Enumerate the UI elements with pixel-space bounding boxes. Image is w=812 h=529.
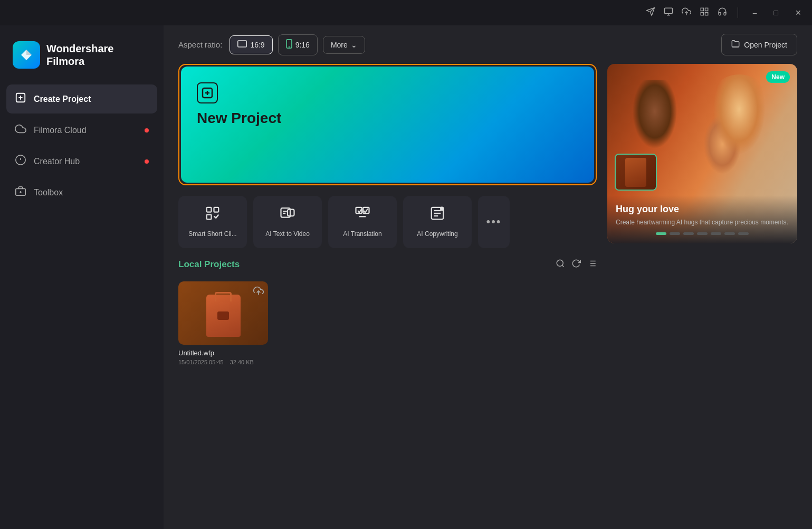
promo-image-area: New Hug your love Create heartwarming AI…	[607, 64, 797, 243]
new-project-card[interactable]: New Project	[178, 64, 597, 185]
svg-rect-25	[207, 207, 212, 212]
titlebar: – □ ✕	[0, 0, 812, 25]
sidebar-logo: WondershareFilmora	[0, 36, 164, 84]
sidebar: WondershareFilmora Create Project	[0, 25, 164, 529]
local-projects-title: Local Projects	[178, 259, 240, 270]
project-name: Untitled.wfp	[178, 349, 268, 357]
ai-copywriting-icon: AI	[429, 205, 445, 225]
smart-short-clip-label: Smart Short Cli...	[188, 230, 236, 239]
minimize-button[interactable]: –	[749, 6, 761, 19]
aspect-ratio-group: Aspect ratio: 16:9	[178, 34, 365, 55]
main-content: Aspect ratio: 16:9	[164, 25, 812, 529]
svg-rect-2	[664, 8, 672, 14]
table-row[interactable]: Untitled.wfp 15/01/2025 05:45 32.40 KB	[178, 281, 268, 365]
ai-translation-icon	[355, 205, 370, 225]
promo-dot-5[interactable]	[711, 232, 721, 235]
svg-rect-27	[207, 215, 212, 220]
promo-dot-3[interactable]	[683, 232, 694, 235]
topbar: Aspect ratio: 16:9	[164, 25, 812, 64]
search-button[interactable]	[556, 259, 565, 271]
new-project-inner[interactable]: New Project	[181, 67, 594, 183]
refresh-button[interactable]	[571, 259, 581, 271]
open-project-button[interactable]: Open Project	[721, 34, 797, 55]
more-button[interactable]: More ⌄	[323, 36, 365, 54]
svg-rect-9	[701, 13, 703, 15]
app-body: WondershareFilmora Create Project	[0, 25, 812, 529]
project-grid: Untitled.wfp 15/01/2025 05:45 32.40 KB	[178, 281, 597, 365]
sidebar-navigation: Create Project Filmora Cloud	[0, 84, 164, 207]
smart-short-clip-button[interactable]: Smart Short Cli...	[178, 196, 247, 248]
maximize-button[interactable]: □	[770, 6, 782, 19]
svg-text:AI: AI	[441, 207, 444, 211]
app-logo-text: WondershareFilmora	[46, 42, 113, 68]
screen-icon[interactable]	[664, 7, 673, 18]
local-projects-header: Local Projects	[178, 259, 597, 271]
ai-copywriting-button[interactable]: AI AI Copywriting	[403, 196, 472, 248]
app-logo-icon	[13, 41, 40, 69]
project-thumbnail	[178, 281, 268, 345]
toolbox-icon	[15, 185, 26, 200]
aspect-9-16-label: 9:16	[295, 41, 310, 49]
svg-rect-7	[705, 8, 708, 11]
ai-text-to-video-button[interactable]: AI Text to Video	[253, 196, 322, 248]
svg-point-21	[289, 46, 289, 47]
promo-dot-7[interactable]	[738, 232, 749, 235]
promo-dot-2[interactable]	[670, 232, 680, 235]
aspect-ratio-label: Aspect ratio:	[178, 40, 222, 49]
right-panel: New Hug your love Create heartwarming AI…	[607, 64, 797, 514]
sidebar-item-create-project[interactable]: Create Project	[6, 84, 157, 114]
ai-text-to-video-label: AI Text to Video	[265, 230, 310, 239]
svg-rect-6	[701, 8, 703, 11]
project-info: Untitled.wfp 15/01/2025 05:45 32.40 KB	[178, 349, 268, 365]
sidebar-item-toolbox[interactable]: Toolbox	[6, 178, 157, 207]
project-meta: 15/01/2025 05:45 32.40 KB	[178, 359, 268, 365]
project-date: 15/01/2025 05:45	[178, 359, 224, 365]
sidebar-item-filmora-cloud[interactable]: Filmora Cloud	[6, 116, 157, 145]
sidebar-label-create-project: Create Project	[34, 95, 91, 104]
promo-text-area: Hug your love Create heartwarming AI hug…	[607, 195, 797, 243]
aspect-9-16-button[interactable]: 9:16	[278, 34, 318, 55]
new-project-plus-icon	[197, 82, 218, 103]
grid-icon[interactable]	[700, 7, 709, 18]
ai-text-to-video-icon	[280, 205, 295, 225]
filmora-cloud-notification-dot	[145, 128, 149, 133]
aspect-16-9-label: 16:9	[250, 41, 264, 49]
ai-translation-button[interactable]: AI Translation	[328, 196, 397, 248]
aspect-16-9-button[interactable]: 16:9	[230, 35, 272, 54]
promo-dot-6[interactable]	[724, 232, 735, 235]
creator-hub-notification-dot	[145, 159, 149, 164]
svg-rect-8	[705, 13, 708, 15]
promo-small-thumbnail	[615, 154, 657, 191]
ai-tools-more-button[interactable]: •••	[478, 196, 510, 248]
send-icon[interactable]	[646, 7, 655, 18]
upload-icon[interactable]	[682, 7, 691, 18]
ai-translation-label: AI Translation	[343, 230, 381, 239]
filmora-cloud-icon	[15, 123, 26, 137]
more-button-label: More	[331, 41, 348, 49]
new-project-label: New Project	[197, 110, 281, 127]
headphone-icon[interactable]	[718, 7, 727, 18]
monitor-icon	[237, 40, 247, 50]
content-area: New Project	[164, 64, 812, 529]
sidebar-item-creator-hub[interactable]: Creator Hub	[6, 147, 157, 176]
mobile-icon	[286, 39, 292, 51]
promo-card[interactable]: New Hug your love Create heartwarming AI…	[607, 64, 797, 243]
sidebar-label-toolbox: Toolbox	[34, 188, 63, 197]
creator-hub-icon	[15, 154, 26, 168]
titlebar-icons: – □ ✕	[646, 6, 806, 19]
promo-dot-4[interactable]	[697, 232, 708, 235]
promo-navigation-dots	[616, 232, 789, 235]
smart-short-clip-icon	[205, 205, 221, 225]
close-button[interactable]: ✕	[791, 6, 806, 19]
ai-tools-row: Smart Short Cli... AI Text to Video	[178, 196, 597, 248]
promo-description: Create heartwarming AI hugs that capture…	[616, 218, 789, 227]
folder-icon	[731, 40, 740, 50]
sidebar-label-creator-hub: Creator Hub	[34, 157, 80, 166]
open-project-label: Open Project	[744, 41, 787, 49]
project-size: 32.40 KB	[230, 359, 254, 365]
ai-copywriting-label: AI Copywriting	[417, 230, 457, 239]
upload-to-cloud-icon[interactable]	[253, 286, 264, 299]
view-toggle-button[interactable]	[587, 259, 597, 271]
promo-dot-1[interactable]	[656, 232, 666, 235]
svg-rect-29	[288, 210, 294, 216]
